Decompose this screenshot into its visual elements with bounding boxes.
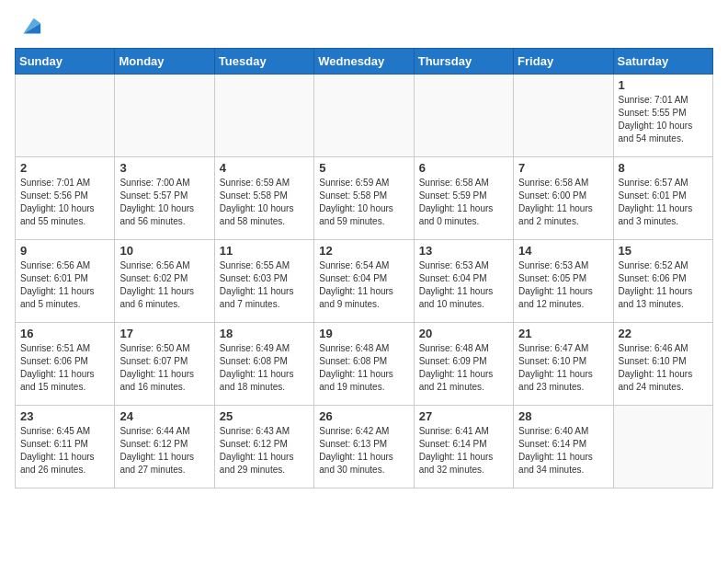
day-number: 14 — [518, 244, 608, 258]
day-info: Sunrise: 6:46 AMSunset: 6:10 PMDaylight:… — [619, 342, 708, 394]
day-info: Sunrise: 6:48 AMSunset: 6:08 PMDaylight:… — [319, 342, 408, 394]
weekday-header-tuesday: Tuesday — [214, 49, 313, 75]
day-info: Sunrise: 6:49 AMSunset: 6:08 PMDaylight:… — [220, 342, 309, 394]
day-number: 18 — [220, 327, 309, 340]
day-number: 13 — [419, 244, 508, 258]
weekday-header-sunday: Sunday — [16, 49, 115, 75]
calendar-cell: 15Sunrise: 6:52 AMSunset: 6:06 PMDayligh… — [613, 240, 712, 323]
weekday-header-monday: Monday — [115, 49, 214, 75]
day-info: Sunrise: 7:00 AMSunset: 5:57 PMDaylight:… — [119, 177, 209, 228]
day-number: 3 — [119, 161, 209, 175]
day-number: 25 — [220, 409, 309, 423]
day-info: Sunrise: 7:01 AMSunset: 5:56 PMDaylight:… — [20, 177, 109, 228]
calendar-cell: 8Sunrise: 6:57 AMSunset: 6:01 PMDaylight… — [613, 157, 712, 240]
day-number: 22 — [619, 327, 708, 340]
day-number: 12 — [319, 244, 408, 258]
calendar-cell: 24Sunrise: 6:44 AMSunset: 6:12 PMDayligh… — [115, 406, 214, 488]
logo-icon — [17, 15, 42, 40]
day-number: 21 — [518, 327, 608, 340]
day-number: 27 — [419, 409, 508, 423]
calendar-cell — [314, 75, 414, 157]
day-info: Sunrise: 6:51 AMSunset: 6:06 PMDaylight:… — [20, 342, 109, 394]
day-info: Sunrise: 6:58 AMSunset: 5:59 PMDaylight:… — [419, 177, 508, 228]
calendar-cell: 22Sunrise: 6:46 AMSunset: 6:10 PMDayligh… — [613, 323, 712, 406]
weekday-header-thursday: Thursday — [414, 49, 513, 75]
day-info: Sunrise: 6:59 AMSunset: 5:58 PMDaylight:… — [319, 177, 408, 228]
calendar-cell: 17Sunrise: 6:50 AMSunset: 6:07 PMDayligh… — [115, 323, 214, 406]
day-info: Sunrise: 7:01 AMSunset: 5:55 PMDaylight:… — [619, 94, 708, 145]
day-number: 11 — [220, 244, 309, 258]
calendar-cell — [115, 75, 214, 157]
day-info: Sunrise: 6:56 AMSunset: 6:01 PMDaylight:… — [20, 259, 109, 311]
weekday-header-saturday: Saturday — [613, 49, 712, 75]
day-info: Sunrise: 6:53 AMSunset: 6:04 PMDaylight:… — [419, 259, 508, 311]
day-number: 26 — [319, 409, 408, 423]
calendar-cell — [214, 75, 313, 157]
day-number: 23 — [20, 409, 109, 423]
day-number: 7 — [518, 161, 608, 175]
day-info: Sunrise: 6:41 AMSunset: 6:14 PMDaylight:… — [419, 425, 508, 477]
day-info: Sunrise: 6:42 AMSunset: 6:13 PMDaylight:… — [319, 425, 408, 477]
calendar-cell: 20Sunrise: 6:48 AMSunset: 6:09 PMDayligh… — [414, 323, 513, 406]
day-number: 4 — [220, 161, 309, 175]
page-header — [15, 15, 713, 40]
day-info: Sunrise: 6:55 AMSunset: 6:03 PMDaylight:… — [220, 259, 309, 311]
calendar-cell — [16, 75, 115, 157]
calendar-cell: 3Sunrise: 7:00 AMSunset: 5:57 PMDaylight… — [115, 157, 214, 240]
calendar-cell: 11Sunrise: 6:55 AMSunset: 6:03 PMDayligh… — [214, 240, 313, 323]
calendar-cell: 13Sunrise: 6:53 AMSunset: 6:04 PMDayligh… — [414, 240, 513, 323]
day-number: 5 — [319, 161, 408, 175]
calendar-cell: 10Sunrise: 6:56 AMSunset: 6:02 PMDayligh… — [115, 240, 214, 323]
day-number: 28 — [518, 409, 608, 423]
calendar-cell: 6Sunrise: 6:58 AMSunset: 5:59 PMDaylight… — [414, 157, 513, 240]
day-info: Sunrise: 6:59 AMSunset: 5:58 PMDaylight:… — [220, 177, 309, 228]
day-info: Sunrise: 6:44 AMSunset: 6:12 PMDaylight:… — [119, 425, 209, 477]
calendar-cell: 14Sunrise: 6:53 AMSunset: 6:05 PMDayligh… — [514, 240, 613, 323]
day-info: Sunrise: 6:43 AMSunset: 6:12 PMDaylight:… — [220, 425, 309, 477]
day-number: 16 — [20, 327, 109, 340]
weekday-header-friday: Friday — [514, 49, 613, 75]
calendar-cell: 5Sunrise: 6:59 AMSunset: 5:58 PMDaylight… — [314, 157, 414, 240]
day-info: Sunrise: 6:56 AMSunset: 6:02 PMDaylight:… — [119, 259, 209, 311]
day-info: Sunrise: 6:45 AMSunset: 6:11 PMDaylight:… — [20, 425, 109, 477]
day-number: 10 — [119, 244, 209, 258]
calendar-cell — [414, 75, 513, 157]
day-info: Sunrise: 6:48 AMSunset: 6:09 PMDaylight:… — [419, 342, 508, 394]
calendar-cell: 7Sunrise: 6:58 AMSunset: 6:00 PMDaylight… — [514, 157, 613, 240]
calendar-cell: 25Sunrise: 6:43 AMSunset: 6:12 PMDayligh… — [214, 406, 313, 488]
calendar-cell: 4Sunrise: 6:59 AMSunset: 5:58 PMDaylight… — [214, 157, 313, 240]
day-info: Sunrise: 6:47 AMSunset: 6:10 PMDaylight:… — [518, 342, 608, 394]
day-info: Sunrise: 6:58 AMSunset: 6:00 PMDaylight:… — [518, 177, 608, 228]
calendar-table: SundayMondayTuesdayWednesdayThursdayFrid… — [15, 48, 713, 488]
day-number: 20 — [419, 327, 508, 340]
day-number: 9 — [20, 244, 109, 258]
day-number: 6 — [419, 161, 508, 175]
logo — [15, 15, 42, 40]
day-number: 17 — [119, 327, 209, 340]
day-number: 8 — [619, 161, 708, 175]
day-info: Sunrise: 6:40 AMSunset: 6:14 PMDaylight:… — [518, 425, 608, 477]
day-info: Sunrise: 6:53 AMSunset: 6:05 PMDaylight:… — [518, 259, 608, 311]
calendar-cell: 23Sunrise: 6:45 AMSunset: 6:11 PMDayligh… — [16, 406, 115, 488]
day-number: 19 — [319, 327, 408, 340]
day-number: 1 — [619, 78, 708, 92]
day-info: Sunrise: 6:50 AMSunset: 6:07 PMDaylight:… — [119, 342, 209, 394]
calendar-cell: 9Sunrise: 6:56 AMSunset: 6:01 PMDaylight… — [16, 240, 115, 323]
calendar-cell: 26Sunrise: 6:42 AMSunset: 6:13 PMDayligh… — [314, 406, 414, 488]
calendar-cell: 2Sunrise: 7:01 AMSunset: 5:56 PMDaylight… — [16, 157, 115, 240]
day-number: 2 — [20, 161, 109, 175]
day-number: 24 — [119, 409, 209, 423]
weekday-header-wednesday: Wednesday — [314, 49, 414, 75]
day-info: Sunrise: 6:52 AMSunset: 6:06 PMDaylight:… — [619, 259, 708, 311]
day-number: 15 — [619, 244, 708, 258]
calendar-cell — [514, 75, 613, 157]
calendar-cell — [613, 406, 712, 488]
day-info: Sunrise: 6:54 AMSunset: 6:04 PMDaylight:… — [319, 259, 408, 311]
calendar-cell: 12Sunrise: 6:54 AMSunset: 6:04 PMDayligh… — [314, 240, 414, 323]
calendar-cell: 28Sunrise: 6:40 AMSunset: 6:14 PMDayligh… — [514, 406, 613, 488]
calendar-cell: 27Sunrise: 6:41 AMSunset: 6:14 PMDayligh… — [414, 406, 513, 488]
calendar-cell: 21Sunrise: 6:47 AMSunset: 6:10 PMDayligh… — [514, 323, 613, 406]
calendar-cell: 18Sunrise: 6:49 AMSunset: 6:08 PMDayligh… — [214, 323, 313, 406]
day-info: Sunrise: 6:57 AMSunset: 6:01 PMDaylight:… — [619, 177, 708, 228]
calendar-cell: 1Sunrise: 7:01 AMSunset: 5:55 PMDaylight… — [613, 75, 712, 157]
